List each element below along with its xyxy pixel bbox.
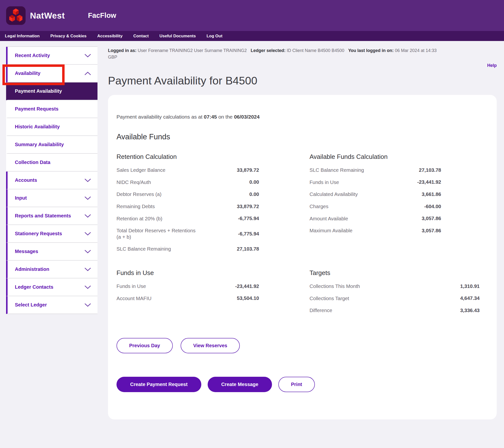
nav-contact[interactable]: Contact	[133, 34, 149, 39]
row-value: -604.00	[424, 203, 441, 209]
sidebar-item-label: Availability	[15, 71, 40, 76]
sidebar-item-label: Collection Data	[15, 160, 51, 165]
row-label: Difference	[309, 307, 332, 313]
sidebar-item-accounts[interactable]: Accounts	[6, 172, 97, 189]
table-row: Account MAFIU 53,504.10	[116, 292, 259, 305]
table-row: Charges -604.00	[309, 200, 441, 213]
row-label: Remaining Debts	[116, 203, 155, 210]
row-label: Collections Target	[309, 295, 349, 302]
sidebar-item-label: Messages	[15, 249, 38, 254]
sidebar-item-collection-data[interactable]: Collection Data	[6, 154, 97, 172]
calc-mid: on the	[217, 114, 234, 119]
row-value: 0.00	[249, 191, 259, 197]
section-rows: SLC Balance Remaining 27,103.78 Funds in…	[309, 164, 441, 237]
nav-legal-information[interactable]: Legal Information	[5, 34, 40, 39]
session-info: Logged in as: User Forename TRAINING2 Us…	[108, 47, 497, 60]
row-label: SLC Balance Remaining	[309, 167, 364, 173]
table-row: Funds in Use -23,441.92	[116, 280, 259, 292]
section-rows: Funds in Use -23,441.92 Account MAFIU 53…	[116, 280, 259, 304]
nav-privacy-cookies[interactable]: Privacy & Cookies	[51, 34, 87, 39]
sidebar-item-label: Stationery Requests	[15, 231, 62, 236]
row-label: SLC Balance Remaining	[116, 246, 171, 252]
sidebar-item-payment-availability[interactable]: Payment Availability	[6, 82, 97, 100]
sidebar-item-label: Payment Requests	[15, 106, 58, 112]
table-row: Calculated Availability 3,661.86	[309, 188, 441, 200]
help-link[interactable]: Help	[487, 63, 497, 68]
row-value: 3,057.86	[422, 215, 441, 221]
sidebar-item-label: Historic Availability	[15, 124, 60, 130]
sidebar-item-select-ledger[interactable]: Select Ledger	[6, 296, 97, 314]
chevron-down-icon	[84, 214, 91, 218]
row-label: Funds in Use	[309, 179, 339, 185]
app-header: NatWest FacFlow	[0, 0, 504, 31]
sidebar-item-input[interactable]: Input	[6, 189, 97, 207]
calc-prefix: Payment availability calculations as at	[116, 114, 204, 119]
row-value: 27,103.78	[237, 246, 259, 252]
row-value: 33,879.72	[237, 203, 259, 209]
sidebar-item-label: Administration	[15, 267, 49, 272]
sidebar-item-availability[interactable]: Availability	[6, 65, 97, 82]
row-label: Retention at 20% (b)	[116, 215, 162, 222]
row-label: Calculated Availability	[309, 191, 358, 197]
row-value: 3,057.86	[422, 228, 441, 234]
last-login-label: You last logged in on:	[348, 48, 394, 53]
ledger-selected-label: Ledger selected:	[251, 48, 285, 53]
sidebar-item-stationery-requests[interactable]: Stationery Requests	[6, 225, 97, 243]
section-title: Targets	[309, 269, 488, 277]
natwest-logo	[6, 6, 26, 25]
table-row: SLC Balance Remaining 27,103.78	[116, 243, 259, 255]
brand-name: NatWest	[30, 11, 65, 20]
utility-nav: Legal Information Privacy & Cookies Acce…	[0, 31, 504, 41]
sidebar-item-messages[interactable]: Messages	[6, 243, 97, 261]
sidebar-item-payment-requests[interactable]: Payment Requests	[6, 100, 97, 118]
previous-day-button[interactable]: Previous Day	[116, 338, 173, 353]
table-row: Retention at 20% (b) -6,775.94	[116, 213, 259, 225]
table-row: Maximum Available 3,057.86	[309, 224, 441, 237]
primary-actions: Create Payment Request Create Message Pr…	[116, 377, 488, 392]
sidebar-item-label: Ledger Contacts	[15, 284, 53, 290]
row-value: 0.00	[249, 179, 259, 185]
row-label: Account MAFIU	[116, 295, 152, 302]
sidebar-item-historic-availability[interactable]: Historic Availability	[6, 118, 97, 136]
targets-section: Targets Collections This Month 1,310.91 …	[309, 269, 488, 316]
row-label: Maximum Available	[309, 227, 352, 234]
chevron-down-icon	[84, 196, 91, 200]
row-value: 4,647.34	[460, 295, 480, 301]
row-label: Debtor Reserves (a)	[116, 191, 162, 197]
calc-date: 06/03/2024	[234, 114, 260, 119]
page-layout: Recent Activity Availability Payment Ava…	[0, 41, 504, 419]
secondary-actions: Previous Day View Reserves	[116, 338, 488, 353]
sidebar-item-summary-availability[interactable]: Summary Availability	[6, 136, 97, 154]
row-label: Sales Ledger Balance	[116, 167, 165, 173]
row-value: -23,441.92	[235, 283, 259, 289]
table-row: Difference 3,336.43	[309, 304, 480, 316]
section-title: Funds in Use	[116, 269, 259, 277]
funds-in-use-section: Funds in Use Funds in Use -23,441.92 Acc…	[116, 269, 259, 304]
row-value: 1,310.91	[460, 283, 480, 289]
help-row: Help	[108, 63, 497, 68]
sidebar-item-administration[interactable]: Administration	[6, 261, 97, 278]
chevron-down-icon	[84, 54, 91, 58]
last-login-value: 06 Mar 2024 at 14:33	[394, 48, 436, 53]
page-title: Payment Availability for B4500	[108, 75, 497, 87]
table-row: Debtor Reserves (a) 0.00	[116, 188, 259, 200]
row-value: 3,336.43	[460, 308, 480, 313]
create-message-button[interactable]: Create Message	[208, 377, 272, 392]
create-payment-request-button[interactable]: Create Payment Request	[116, 377, 201, 392]
nav-log-out[interactable]: Log Out	[206, 34, 222, 39]
nav-accessibility[interactable]: Accessibility	[97, 34, 123, 39]
print-button[interactable]: Print	[278, 377, 315, 392]
sidebar-item-recent-activity[interactable]: Recent Activity	[6, 47, 97, 65]
sidebar-item-ledger-contacts[interactable]: Ledger Contacts	[6, 278, 97, 296]
sidebar-item-reports-and-statements[interactable]: Reports and Statements	[6, 207, 97, 225]
view-reserves-button[interactable]: View Reserves	[180, 338, 240, 353]
nav-useful-documents[interactable]: Useful Documents	[159, 34, 196, 39]
logged-in-label: Logged in as:	[108, 48, 137, 53]
table-row: Amount Available 3,057.86	[309, 213, 441, 225]
row-label: Funds in Use	[116, 283, 146, 289]
row-label: Total Debtor Reserves + Retentions (a + …	[116, 227, 199, 240]
logged-in-value: User Forename TRAINING2 User Surname TRA…	[137, 48, 247, 53]
sidebar-item-label: Input	[15, 195, 27, 201]
chevron-up-icon	[84, 72, 91, 75]
sidebar-item-label: Payment Availability	[15, 88, 62, 94]
